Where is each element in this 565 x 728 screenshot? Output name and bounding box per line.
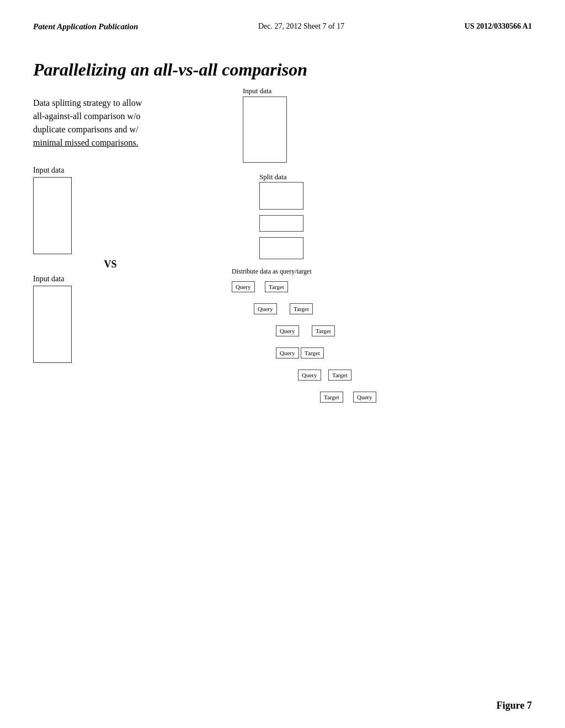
row5-target: Target	[328, 370, 351, 381]
rect-input-data	[243, 97, 287, 163]
right-panel: Input data Split data Distribute data as…	[210, 97, 532, 427]
row6-target-label: Target	[320, 392, 343, 403]
content-area: Data splitting strategy to allow all-aga…	[33, 97, 532, 427]
row6-query: Query	[353, 392, 376, 403]
page-header: Patent Application Publication Dec. 27, …	[0, 0, 565, 42]
description-text: Data splitting strategy to allow all-aga…	[33, 97, 188, 149]
input-data-box2	[33, 286, 72, 363]
desc-line1: Data splitting strategy to allow	[33, 98, 142, 108]
row2-query: Query	[254, 303, 277, 314]
header-right-text: US 2012/0330566 A1	[465, 22, 532, 31]
row3-target: Target	[312, 325, 335, 336]
row3-query: Query	[276, 325, 299, 336]
left-panel: Data splitting strategy to allow all-aga…	[33, 97, 188, 427]
main-content: Parallelizing an all-vs-all comparison D…	[0, 42, 565, 438]
rect-split3	[259, 237, 303, 259]
vs-label: VS	[33, 259, 188, 270]
row4-query: Query	[276, 347, 299, 358]
rect-split2	[259, 215, 303, 232]
row5-query: Query	[298, 370, 321, 381]
row4-target: Target	[301, 347, 324, 358]
figure-label: Figure 7	[497, 700, 532, 711]
header-left-text: Patent Application Publication	[33, 22, 138, 31]
desc-line2: all-against-all comparison w/o	[33, 111, 141, 121]
row1-target: Target	[265, 281, 288, 292]
input-data-box1	[33, 177, 72, 254]
input-data-label2: Input data	[33, 275, 188, 283]
input-data-label1: Input data	[33, 166, 188, 175]
desc-line4: minimal missed comparisons.	[33, 138, 138, 147]
label-distribute: Distribute data as query/target	[232, 267, 342, 276]
row2-target: Target	[290, 303, 313, 314]
rect-split1	[259, 182, 303, 210]
label-input-data: Input data	[243, 87, 271, 95]
input-data-group2: Input data	[33, 275, 188, 363]
slide-title: Parallelizing an all-vs-all comparison	[33, 59, 532, 80]
input-data-group1: Input data	[33, 166, 188, 254]
diagram-wrapper: Input data Split data Distribute data as…	[210, 97, 419, 427]
label-split-data: Split data	[259, 173, 286, 181]
row1-query: Query	[232, 281, 255, 292]
header-center-text: Dec. 27, 2012 Sheet 7 of 17	[258, 22, 344, 31]
desc-line3: duplicate comparisons and w/	[33, 125, 138, 134]
